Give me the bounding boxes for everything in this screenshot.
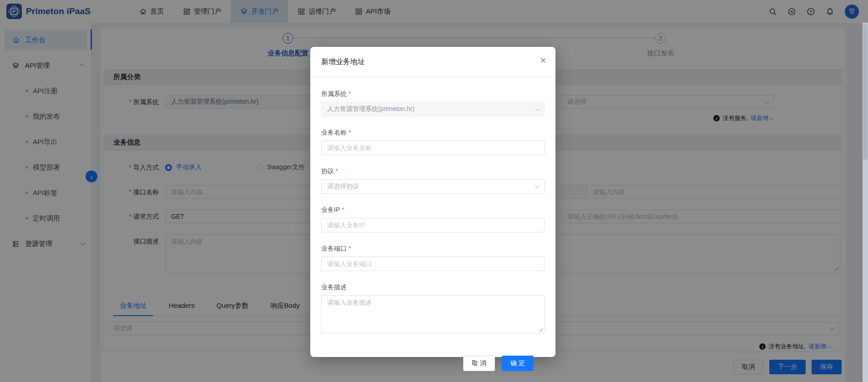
modal-title: 新增业务地址 — [321, 57, 365, 67]
business-name-input[interactable] — [321, 141, 545, 155]
modal-footer: 取 消 确 定 — [321, 346, 545, 371]
chevron-down-icon — [535, 106, 540, 111]
page-scrollbar[interactable] — [863, 23, 868, 382]
screen: P Primeton iPaaS 首页 管理门户 开发门户 运维门户 API市场… — [0, 0, 868, 382]
field-label-business-port: 业务端口* — [321, 245, 545, 253]
resize-handle-icon[interactable] — [538, 327, 543, 332]
field-label-business-ip: 业务IP* — [321, 206, 545, 214]
chevron-down-icon — [535, 183, 540, 188]
field-label-system: 所属系统* — [321, 90, 545, 98]
modal-ok-button[interactable]: 确 定 — [502, 356, 534, 371]
protocol-select[interactable]: 请选择协议 — [321, 179, 545, 194]
modal-header: 新增业务地址 ✕ — [310, 47, 555, 77]
business-ip-input[interactable] — [321, 218, 545, 232]
business-desc-textarea[interactable]: 请输入业务描述 — [321, 295, 545, 333]
modal-system-select-disabled: 人力资源管理系统(primeton.hr) — [321, 102, 545, 116]
modal-cancel-button[interactable]: 取 消 — [463, 356, 495, 371]
close-icon[interactable]: ✕ — [540, 57, 546, 65]
modal-body: 所属系统* 人力资源管理系统(primeton.hr) 业务名称* 协议* 请选… — [310, 77, 555, 371]
field-label-business-name: 业务名称* — [321, 129, 545, 137]
add-business-address-modal: 新增业务地址 ✕ 所属系统* 人力资源管理系统(primeton.hr) 业务名… — [310, 47, 555, 357]
business-port-input[interactable] — [321, 256, 545, 271]
field-label-protocol: 协议* — [321, 167, 545, 176]
scrollbar-thumb[interactable] — [863, 24, 868, 160]
field-label-business-desc: 业务描述 — [321, 283, 545, 292]
